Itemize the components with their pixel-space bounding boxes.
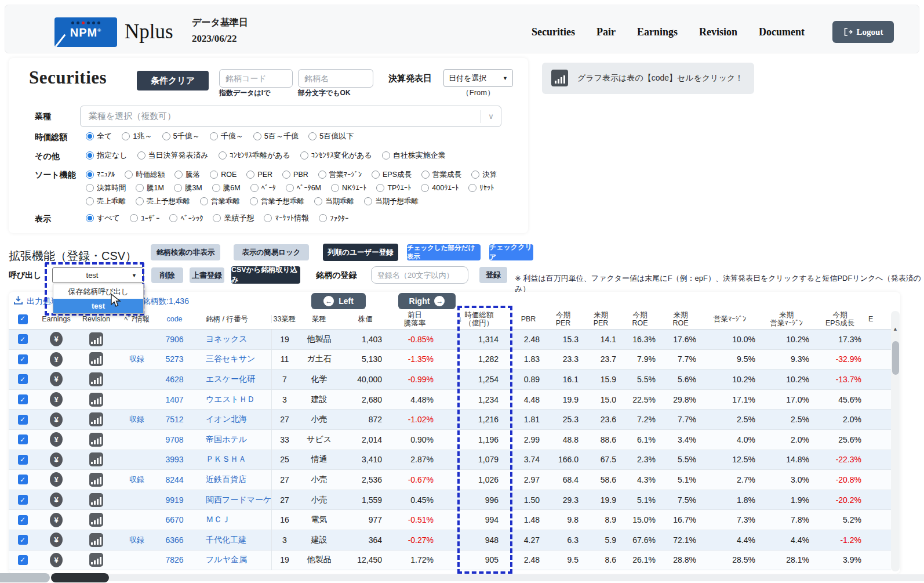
row-checkbox[interactable]: ✓ (18, 495, 28, 505)
code-cell[interactable]: 3993 (157, 450, 192, 470)
vertical-scrollbar-thumb[interactable] (892, 341, 899, 375)
stock-name-cell[interactable]: 近鉄百貨店 (192, 470, 271, 490)
column-header[interactable]: 銘柄 / 行番号 (192, 315, 271, 323)
radio-circle-icon[interactable] (471, 171, 479, 179)
radio-circle-icon[interactable] (86, 214, 94, 222)
row-checkbox[interactable]: ✓ (18, 455, 28, 465)
radio-option[interactable]: 当期乖離 (314, 197, 354, 207)
stock-name-cell[interactable]: イオン北海 (192, 410, 271, 429)
radio-option[interactable]: 5百億以下 (308, 131, 354, 142)
radio-option[interactable]: ﾏｰｹｯﾄ情報 (264, 213, 309, 223)
revision-chart-icon[interactable] (89, 433, 103, 447)
radio-circle-icon[interactable] (122, 132, 130, 140)
radio-option[interactable]: ROE (210, 171, 237, 179)
radio-option[interactable]: PBR (282, 171, 308, 179)
stock-name-cell[interactable]: 帝国ホテル (192, 430, 271, 450)
code-cell[interactable]: 7906 (157, 329, 192, 349)
code-cell[interactable]: 4628 (157, 370, 192, 389)
nav-earnings[interactable]: Earnings (637, 26, 678, 38)
column-header[interactable]: ✓ (9, 314, 37, 324)
stock-name-cell[interactable]: ウエストＨＤ (192, 390, 271, 410)
radio-circle-icon[interactable] (468, 184, 476, 192)
radio-option[interactable]: 当日決算発表済み (137, 150, 209, 161)
radio-circle-icon[interactable] (213, 214, 221, 222)
column-header[interactable]: Earnings (37, 315, 76, 323)
radio-circle-icon[interactable] (253, 132, 261, 140)
recall-dropdown-option[interactable]: test (53, 299, 143, 313)
earnings-yen-icon[interactable]: ¥ (50, 493, 63, 507)
radio-circle-icon[interactable] (174, 171, 183, 179)
radio-option[interactable]: 騰6M (212, 183, 241, 193)
radio-option[interactable]: ﾍﾞｰﾀ6M (286, 184, 321, 192)
column-order-register-button[interactable]: 列順のユーザー登録 (323, 244, 398, 261)
radio-circle-icon[interactable] (376, 184, 384, 192)
radio-circle-icon[interactable] (286, 184, 294, 192)
radio-circle-icon[interactable] (331, 184, 339, 192)
csv-import-button[interactable]: CSVから銘柄取り込み (231, 266, 300, 284)
radio-option[interactable]: ﾕｰｻﾞｰ (130, 214, 160, 223)
radio-option[interactable]: 営業成長 (421, 170, 461, 180)
row-checkbox[interactable]: ✓ (18, 515, 28, 525)
revision-chart-icon[interactable] (89, 412, 103, 426)
radio-option[interactable]: 5百～千億 (253, 131, 299, 142)
radio-option[interactable]: NKｳｴｰﾄ (331, 184, 366, 192)
revision-chart-icon[interactable] (89, 553, 103, 567)
column-header[interactable]: 前日 騰落率 (390, 311, 439, 328)
earnings-yen-icon[interactable]: ¥ (50, 412, 63, 427)
code-cell[interactable]: 7512 (157, 410, 192, 429)
column-header[interactable]: E (866, 315, 891, 323)
display-lock-button[interactable]: 表示の簡易ロック (234, 244, 309, 260)
revision-chart-icon[interactable] (89, 533, 103, 547)
sort-desc-icon[interactable]: ↓ (459, 315, 463, 324)
radio-option[interactable]: 全て (86, 131, 112, 142)
radio-circle-icon[interactable] (382, 151, 390, 160)
radio-option[interactable]: 営業乖離 (200, 197, 240, 207)
earnings-yen-icon[interactable]: ¥ (50, 392, 63, 407)
radio-circle-icon[interactable] (364, 197, 372, 205)
radio-option[interactable]: 当期予想乖離 (364, 197, 419, 207)
radio-circle-icon[interactable] (421, 184, 429, 192)
stock-name-input[interactable] (298, 69, 373, 88)
code-cell[interactable]: 6670 (157, 510, 192, 530)
earnings-yen-icon[interactable]: ¥ (50, 432, 63, 447)
column-header[interactable]: 今期 EPS成長 (814, 311, 866, 328)
code-cell[interactable]: 9919 (157, 490, 192, 510)
radio-option[interactable]: 時価総額 (125, 170, 165, 180)
radio-option[interactable]: ﾍﾞｰﾀ (250, 184, 276, 192)
register-button[interactable]: 登録 (479, 267, 507, 283)
radio-circle-icon[interactable] (137, 151, 145, 160)
column-header[interactable]: 業種 (297, 315, 341, 323)
column-header[interactable]: PBR (512, 315, 544, 323)
earnings-yen-icon[interactable]: ¥ (50, 372, 63, 386)
stock-name-cell[interactable]: ＭＣＪ (192, 510, 271, 530)
recall-dropdown-option[interactable]: 保存銘柄呼び出し (53, 284, 143, 299)
radio-option[interactable]: すべて (86, 213, 120, 223)
pair-info-link[interactable]: 収録 (117, 530, 157, 550)
radio-circle-icon[interactable] (130, 214, 138, 222)
nav-securities[interactable]: Securities (532, 26, 575, 38)
stock-code-input[interactable] (219, 69, 293, 88)
code-cell[interactable]: 1407 (157, 390, 192, 410)
radio-option[interactable]: 決算 (471, 170, 497, 180)
select-all-checkbox[interactable]: ✓ (18, 314, 28, 324)
earnings-yen-icon[interactable]: ¥ (50, 452, 63, 467)
radio-circle-icon[interactable] (169, 214, 177, 222)
stock-name-cell[interactable]: 三谷セキサン (192, 350, 271, 370)
stock-name-cell[interactable]: ヨネックス (192, 329, 271, 349)
stock-name-cell[interactable]: 千代化工建 (192, 530, 271, 550)
scroll-left-button[interactable]: ←Left (311, 293, 366, 309)
radio-option[interactable]: 1兆～ (122, 131, 152, 142)
column-header[interactable]: 株価 (341, 315, 390, 323)
radio-option[interactable]: 騰3M (174, 183, 202, 193)
revision-chart-icon[interactable] (89, 372, 103, 386)
row-checkbox[interactable]: ✓ (18, 535, 28, 545)
hide-search-button[interactable]: 銘柄検索の非表示 (151, 244, 220, 260)
radio-circle-icon[interactable] (86, 132, 94, 140)
earnings-yen-icon[interactable]: ¥ (50, 513, 63, 527)
code-cell[interactable]: 9708 (157, 430, 192, 450)
horizontal-scrollbar-thumb[interactable] (51, 573, 109, 582)
radio-option[interactable]: 騰1M (136, 183, 164, 193)
logout-button[interactable]: Logout (832, 21, 894, 43)
radio-circle-icon[interactable] (212, 184, 220, 192)
row-checkbox[interactable]: ✓ (18, 475, 28, 484)
